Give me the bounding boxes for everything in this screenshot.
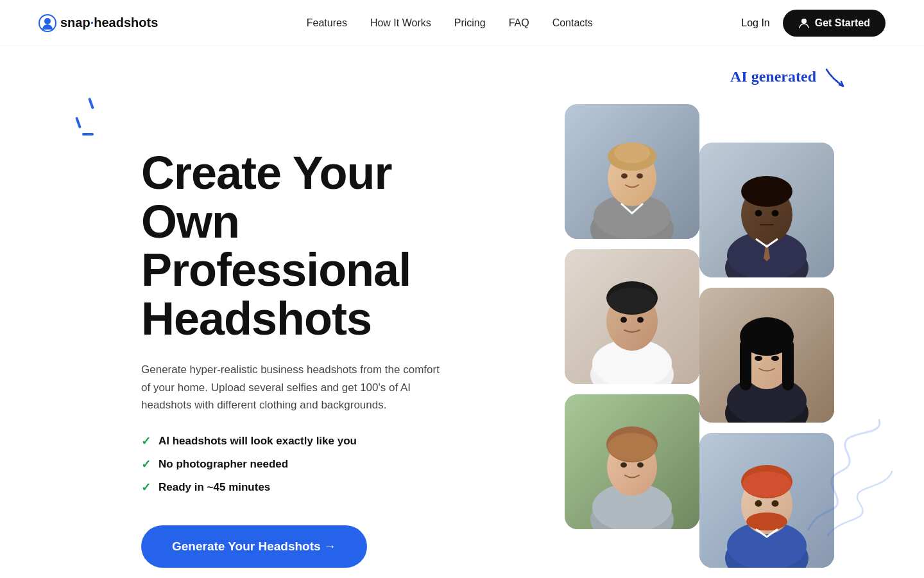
hero-content: Create Your Own Professional Headshots G… <box>141 85 475 568</box>
feature-item-2: ✓ No photographer needed <box>141 457 475 471</box>
hero-section: Create Your Own Professional Headshots G… <box>0 46 924 578</box>
nav-item-pricing[interactable]: Pricing <box>454 17 486 29</box>
check-icon-1: ✓ <box>141 434 151 448</box>
ai-arrow <box>821 64 847 94</box>
headshot-1 <box>565 104 699 239</box>
hero-subtitle: Generate hyper-realistic business headsh… <box>141 361 449 414</box>
headshot-5 <box>565 394 699 529</box>
svg-point-38 <box>772 210 779 216</box>
get-started-button[interactable]: Get Started <box>783 10 886 37</box>
logo-icon <box>38 14 56 32</box>
svg-point-10 <box>621 173 628 179</box>
headshot-4 <box>699 288 834 423</box>
svg-point-20 <box>637 317 644 323</box>
nav-right: Log In Get Started <box>741 10 886 37</box>
feature-item-1: ✓ AI headshots will look exactly like yo… <box>141 434 475 448</box>
deco-dash-1 <box>88 98 94 109</box>
svg-point-18 <box>608 288 656 313</box>
svg-rect-47 <box>782 339 794 390</box>
svg-point-27 <box>608 433 656 461</box>
svg-point-49 <box>771 356 779 361</box>
svg-point-36 <box>741 176 792 207</box>
feature-text-2: No photographer needed <box>158 458 288 471</box>
hero-photos: AI generated <box>475 85 886 568</box>
deco-dash-2 <box>75 117 81 128</box>
deco-dash-3 <box>82 133 94 136</box>
svg-rect-46 <box>740 339 751 390</box>
svg-point-2 <box>801 19 807 24</box>
ai-annotation: AI generated <box>730 59 847 94</box>
feature-text-1: AI headshots will look exactly like you <box>158 435 357 448</box>
nav-links: Features How It Works Pricing FAQ Contac… <box>307 17 593 29</box>
svg-point-58 <box>755 500 762 507</box>
svg-point-11 <box>637 173 643 179</box>
decorative-scribble <box>796 414 898 542</box>
brand-name: snap·headshots <box>60 15 158 30</box>
hero-title: Create Your Own Professional Headshots <box>141 149 475 343</box>
login-button[interactable]: Log In <box>741 17 769 29</box>
check-icon-3: ✓ <box>141 480 151 495</box>
svg-point-57 <box>746 512 787 530</box>
check-icon-2: ✓ <box>141 457 151 471</box>
svg-point-37 <box>755 210 762 216</box>
svg-point-48 <box>755 356 762 361</box>
brand-logo[interactable]: snap·headshots <box>38 14 158 32</box>
nav-item-how-it-works[interactable]: How It Works <box>370 17 431 29</box>
svg-point-28 <box>620 462 627 468</box>
svg-point-56 <box>742 471 791 497</box>
svg-point-1 <box>44 18 51 24</box>
feature-item-3: ✓ Ready in ~45 minutes <box>141 480 475 495</box>
headshot-3 <box>565 249 699 384</box>
navbar: snap·headshots Features How It Works Pri… <box>0 0 924 46</box>
nav-item-features[interactable]: Features <box>307 17 347 29</box>
nav-item-contacts[interactable]: Contacts <box>552 17 593 29</box>
headshot-2 <box>699 143 834 277</box>
svg-point-19 <box>620 317 627 323</box>
svg-point-9 <box>614 143 650 163</box>
svg-point-29 <box>637 462 644 468</box>
feature-text-3: Ready in ~45 minutes <box>158 481 270 494</box>
feature-list: ✓ AI headshots will look exactly like yo… <box>141 434 475 495</box>
svg-point-59 <box>772 500 779 507</box>
nav-item-faq[interactable]: FAQ <box>509 17 529 29</box>
generate-headshots-button[interactable]: Generate Your Headshots → <box>141 525 367 568</box>
photo-column-left <box>565 104 699 529</box>
user-icon <box>798 17 810 29</box>
